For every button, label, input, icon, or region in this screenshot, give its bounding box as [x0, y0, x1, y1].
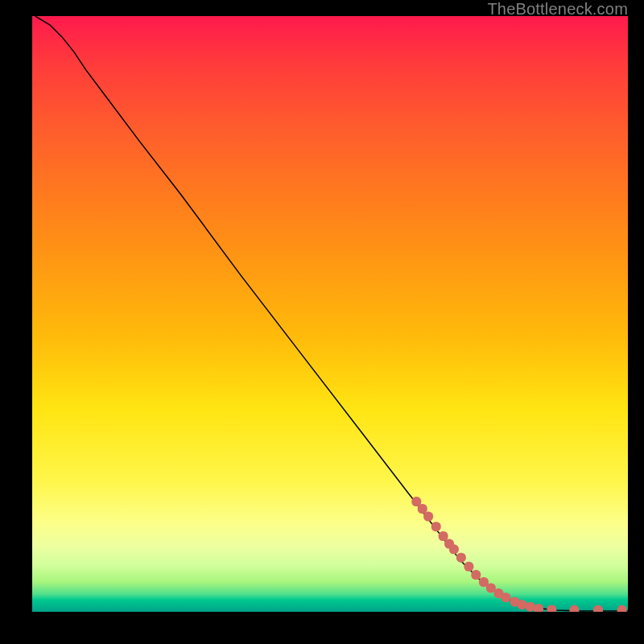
- scatter-dot: [431, 522, 441, 531]
- scatter-dot: [617, 605, 627, 612]
- scatter-dot: [517, 600, 526, 609]
- scatter-dot: [471, 570, 481, 580]
- scatter-dot: [501, 592, 510, 602]
- scatter-dot: [526, 602, 535, 612]
- scatter-dot: [534, 604, 543, 612]
- chart-overlay: [32, 16, 628, 612]
- scatter-dot: [423, 512, 433, 522]
- scatter-group: [411, 497, 626, 612]
- chart-frame: TheBottleneck.com: [32, 16, 628, 628]
- scatter-dot: [569, 605, 579, 612]
- scatter-dot: [464, 562, 473, 572]
- scatter-dot: [456, 553, 466, 563]
- scatter-dot: [418, 504, 427, 514]
- scatter-dot: [547, 605, 556, 612]
- scatter-dot: [439, 531, 448, 541]
- bottleneck-curve: [35, 16, 628, 611]
- scatter-dot: [449, 544, 459, 554]
- scatter-dot: [593, 605, 603, 612]
